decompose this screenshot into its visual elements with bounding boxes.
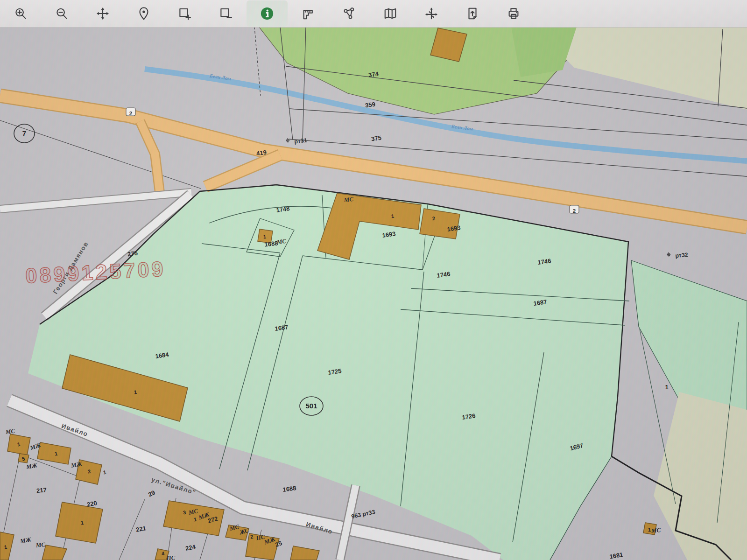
zoom-out-button[interactable] [41,0,82,27]
svg-text:МС: МС [35,541,46,549]
svg-text:1: 1 [391,213,394,219]
folded-map-icon [383,7,397,21]
polygon-nodes-icon [342,7,356,21]
app-screen: 3743593754192751748169316931688МС1746174… [0,0,747,560]
export-page-icon [465,7,479,21]
svg-text:217: 217 [36,486,47,494]
svg-text:рт31: рт31 [294,137,308,145]
svg-text:ПС: ПС [166,554,176,560]
parcel-label-217: 217 [36,486,47,494]
svg-text:МС: МС [276,238,287,245]
svg-text:1688: 1688 [264,240,278,248]
zoom-in-button[interactable] [0,0,41,27]
parcel-label-1-strip: 1 [665,384,668,391]
axes-icon [424,7,438,21]
building-type-ps-b: ПС [166,554,176,560]
road-badge-2-a: 2 [126,108,135,116]
vertices-button[interactable] [329,0,370,27]
measure-ruler-icon [301,7,315,21]
svg-text:374: 374 [368,70,379,78]
parcel-label-419: 419 [256,149,267,157]
location-pin-icon [137,7,151,21]
building-num-2-ms: 2 [432,216,435,222]
zoom-window-out-button[interactable] [205,0,247,27]
cadastral-map: 3743593754192751748169316931688МС1746174… [0,0,747,560]
svg-text:7: 7 [22,129,26,137]
locate-button[interactable] [123,0,164,27]
parcel-label-375: 375 [371,134,382,143]
building-type-ms-bl: МС [5,427,15,436]
svg-text:501: 501 [305,402,317,410]
zoom-in-icon [14,7,28,21]
building-num-1-ms: 1 [391,213,394,219]
svg-text:375: 375 [371,134,382,143]
export-button[interactable] [452,0,493,27]
measure-button[interactable] [288,0,329,27]
svg-text:МС: МС [343,196,354,203]
info-icon [260,7,274,21]
parcel-label-359: 359 [365,101,376,109]
map-sheets-button[interactable] [370,0,411,27]
building-type-ms-1688: МС [276,238,287,245]
svg-text:1: 1 [263,234,266,240]
map-canvas[interactable]: 3743593754192751748169316931688МС1746174… [0,0,747,560]
svg-text:359: 359 [365,101,376,109]
parcel-label-374: 374 [368,70,379,78]
svg-text:рт32: рт32 [675,252,689,259]
svg-text:2: 2 [432,216,435,222]
zoom-window-in-button[interactable] [164,0,205,27]
svg-text:419: 419 [256,149,267,157]
parcel-label-1688-small: 1688 [264,240,278,248]
parcel-label-275: 275 [127,250,138,258]
coordinates-button[interactable] [411,0,452,27]
svg-text:1: 1 [665,384,668,391]
building-type-ms-main: МС [343,196,354,203]
printer-icon [507,7,521,21]
svg-text:2: 2 [573,208,576,214]
rect-zoom-in-icon [178,7,192,21]
pan-button[interactable] [82,0,123,27]
svg-text:МС: МС [650,526,661,534]
svg-text:МС: МС [5,427,15,436]
print-button[interactable] [493,0,534,27]
building-num-1-small: 1 [263,234,266,240]
building-type-ms-e: МС [35,541,46,549]
zoom-out-icon [55,7,69,21]
toolbar [0,0,747,28]
rect-zoom-out-icon [219,7,233,21]
svg-text:2: 2 [129,111,132,116]
building-ms-2 [420,209,460,239]
identify-button[interactable] [247,0,288,27]
building-type-ms-br: МС [650,526,661,534]
svg-text:275: 275 [127,250,138,258]
pan-arrows-icon [96,7,110,21]
road-badge-2-b: 2 [570,205,579,214]
